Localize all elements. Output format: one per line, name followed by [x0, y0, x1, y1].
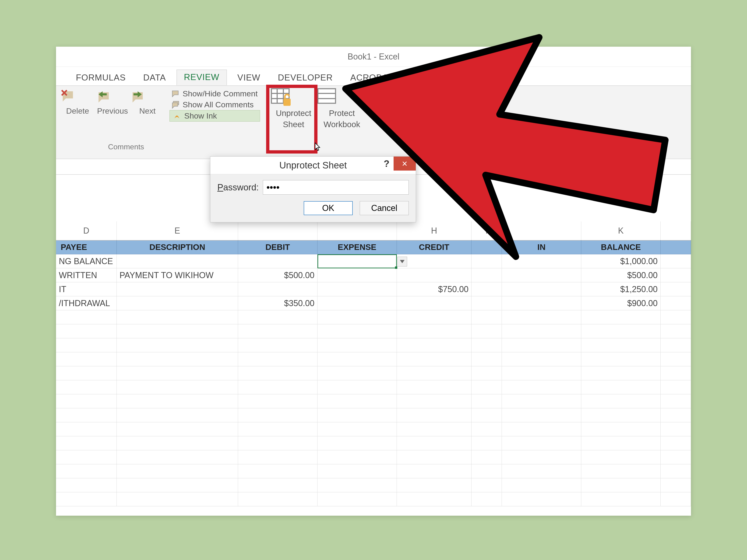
cell-payee[interactable] [56, 408, 117, 422]
cell-balance[interactable] [581, 366, 661, 380]
cell-balance[interactable] [581, 380, 661, 394]
cell-balance[interactable] [581, 422, 661, 436]
cell-in[interactable] [502, 394, 581, 408]
cell-description[interactable] [117, 464, 238, 478]
table-row[interactable] [56, 366, 691, 380]
cell-in[interactable] [502, 296, 581, 310]
col-I[interactable]: I [471, 221, 502, 241]
cell-expense[interactable] [317, 254, 397, 268]
cell-expense[interactable] [317, 422, 397, 436]
cell-description[interactable] [117, 436, 238, 450]
cell-in[interactable] [502, 324, 581, 338]
table-row[interactable] [56, 394, 691, 408]
cell-description[interactable] [117, 282, 238, 296]
cell-payee[interactable]: WRITTEN [56, 268, 117, 282]
cell-expense[interactable] [317, 394, 397, 408]
cell-blank-i[interactable] [471, 310, 502, 324]
table-row[interactable] [56, 450, 691, 464]
cell-blank-i[interactable] [471, 338, 502, 352]
cell-payee[interactable] [56, 394, 117, 408]
cell-blank-i[interactable] [471, 408, 502, 422]
cell-expense[interactable] [317, 380, 397, 394]
cell-debit[interactable] [238, 352, 317, 366]
cell-credit[interactable] [397, 464, 471, 478]
cell-balance[interactable] [581, 324, 661, 338]
table-row[interactable]: IT$750.00$1,250.00 [56, 282, 691, 296]
tab-view[interactable]: VIEW [230, 71, 267, 85]
table-row[interactable] [56, 422, 691, 436]
cell-debit[interactable] [238, 310, 317, 324]
cell-description[interactable]: PAYMENT TO WIKIHOW [117, 268, 238, 282]
cell-payee[interactable] [56, 422, 117, 436]
cell-blank-l[interactable] [661, 338, 691, 352]
cell-expense[interactable] [317, 352, 397, 366]
cell-credit[interactable] [397, 366, 471, 380]
cell-blank-i[interactable] [471, 436, 502, 450]
cell-description[interactable] [117, 380, 238, 394]
cell-blank-i[interactable] [471, 366, 502, 380]
cell-credit[interactable] [397, 478, 471, 492]
cell-blank-l[interactable] [661, 282, 691, 296]
cell-credit[interactable] [397, 450, 471, 464]
cell-debit[interactable] [238, 408, 317, 422]
cell-debit[interactable] [238, 478, 317, 492]
cell-in[interactable] [502, 478, 581, 492]
cell-debit[interactable] [238, 324, 317, 338]
cell-credit[interactable] [397, 408, 471, 422]
cell-blank-i[interactable] [471, 352, 502, 366]
show-hide-comment-button[interactable]: Show/Hide Comment [170, 88, 260, 99]
cell-expense[interactable] [317, 478, 397, 492]
cell-expense[interactable] [317, 296, 397, 310]
table-row[interactable] [56, 352, 691, 366]
cell-credit[interactable] [397, 436, 471, 450]
cell-blank-i[interactable] [471, 296, 502, 310]
cell-balance[interactable] [581, 436, 661, 450]
cell-blank-i[interactable] [471, 254, 502, 268]
cell-blank-i[interactable] [471, 380, 502, 394]
tab-data[interactable]: DATA [136, 71, 173, 85]
ok-button[interactable]: OK [304, 201, 353, 215]
dialog-close-button[interactable]: × [393, 157, 416, 170]
cell-description[interactable] [117, 254, 238, 268]
table-row[interactable]: NG BALANCE$1,000.00 [56, 254, 691, 268]
show-ink-button[interactable]: Show Ink [170, 110, 260, 122]
cell-debit[interactable] [238, 464, 317, 478]
col-G[interactable] [317, 221, 397, 241]
cell-in[interactable] [502, 268, 581, 282]
cell-description[interactable] [117, 408, 238, 422]
cell-expense[interactable] [317, 450, 397, 464]
cell-in[interactable] [502, 492, 581, 506]
cell-balance[interactable] [581, 310, 661, 324]
cell-blank-i[interactable] [471, 394, 502, 408]
cell-in[interactable] [502, 310, 581, 324]
cell-payee[interactable] [56, 338, 117, 352]
cell-blank-l[interactable] [661, 422, 691, 436]
cell-debit[interactable] [238, 380, 317, 394]
cell-payee[interactable] [56, 366, 117, 380]
cell-debit[interactable] [238, 254, 317, 268]
cell-description[interactable] [117, 296, 238, 310]
cell-in[interactable] [502, 254, 581, 268]
unprotect-sheet-button[interactable]: Unprotect Sheet [271, 88, 316, 129]
cell-blank-l[interactable] [661, 366, 691, 380]
table-row[interactable] [56, 408, 691, 422]
cell-description[interactable] [117, 352, 238, 366]
cell-dropdown-button[interactable] [397, 257, 407, 266]
cell-blank-l[interactable] [661, 380, 691, 394]
cell-blank-l[interactable] [661, 254, 691, 268]
cell-in[interactable] [502, 352, 581, 366]
cell-credit[interactable] [397, 324, 471, 338]
cell-blank-i[interactable] [471, 492, 502, 506]
cell-payee[interactable]: /ITHDRAWAL [56, 296, 117, 310]
col-F[interactable] [238, 221, 317, 241]
table-row[interactable] [56, 436, 691, 450]
cell-payee[interactable] [56, 310, 117, 324]
cell-payee[interactable] [56, 478, 117, 492]
cell-expense[interactable] [317, 310, 397, 324]
cell-expense[interactable] [317, 464, 397, 478]
cell-description[interactable] [117, 492, 238, 506]
cell-blank-l[interactable] [661, 408, 691, 422]
previous-comment-button[interactable]: Previous [96, 88, 129, 115]
cell-description[interactable] [117, 338, 238, 352]
cell-blank-l[interactable] [661, 464, 691, 478]
